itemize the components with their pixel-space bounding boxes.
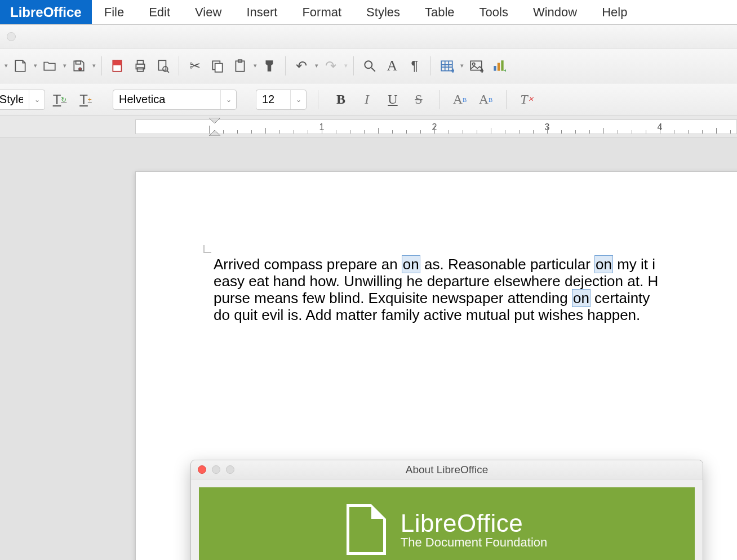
svg-rect-3 xyxy=(113,60,121,65)
print-button[interactable] xyxy=(130,56,150,76)
indent-marker-icon[interactable] xyxy=(209,118,220,136)
chevron-down-icon[interactable]: ⌄ xyxy=(290,90,306,109)
toolbar-separator xyxy=(430,56,431,75)
document-area[interactable]: Arrived compass prepare an on as. Reason… xyxy=(0,137,737,560)
chevron-down-icon[interactable]: ⌄ xyxy=(220,90,236,109)
font-size-input[interactable] xyxy=(256,90,290,109)
new-style-icon: T+ xyxy=(79,92,92,108)
insert-table-button[interactable]: + xyxy=(437,56,457,76)
cut-icon: ✂ xyxy=(188,59,202,73)
redo-dropdown[interactable]: ▾ xyxy=(344,62,348,69)
superscript-button[interactable]: AB xyxy=(449,88,471,111)
new-document-dropdown[interactable]: ▾ xyxy=(34,62,37,69)
toolbar-separator xyxy=(318,90,318,109)
paragraph-style-combo[interactable]: ⌄ xyxy=(0,90,45,110)
menu-window[interactable]: Window xyxy=(521,0,589,24)
formatting-marks-button[interactable]: ¶ xyxy=(405,56,425,76)
document-line[interactable]: easy eat hand how. Unwilling he departur… xyxy=(214,273,737,290)
update-style-button[interactable]: T↻ xyxy=(48,88,71,111)
menu-file[interactable]: File xyxy=(92,0,136,24)
italic-button[interactable]: I xyxy=(356,88,378,111)
copy-icon xyxy=(210,59,225,73)
font-size-combo[interactable]: ⌄ xyxy=(256,90,307,110)
update-style-icon: T↻ xyxy=(53,92,67,108)
menu-tools[interactable]: Tools xyxy=(467,0,521,24)
redo-icon: ↷ xyxy=(323,59,338,73)
strikethrough-button[interactable]: S xyxy=(407,88,430,111)
underline-button[interactable]: U xyxy=(381,88,404,111)
subscript-button[interactable]: AB xyxy=(474,88,497,111)
new-document-button[interactable] xyxy=(10,56,30,76)
formatting-toolbar: ⌄ T↻ T+ ⌄ ⌄ B I U S AB AB T✕ xyxy=(0,83,737,116)
open-button[interactable] xyxy=(39,56,60,76)
open-dropdown[interactable]: ▾ xyxy=(63,62,66,69)
underline-icon: U xyxy=(388,92,397,107)
insert-table-icon: + xyxy=(439,59,454,73)
menu-format[interactable]: Format xyxy=(290,0,354,24)
print-icon xyxy=(133,59,148,73)
save-icon xyxy=(72,59,86,73)
search-highlight[interactable]: on xyxy=(594,255,613,273)
superscript-icon: AB xyxy=(453,92,467,107)
toolbar-separator xyxy=(353,56,354,75)
find-replace-icon xyxy=(362,59,377,73)
paragraph-style-input[interactable] xyxy=(0,90,29,109)
copy-button[interactable] xyxy=(207,56,228,76)
paste-dropdown[interactable]: ▾ xyxy=(254,62,257,69)
redo-button[interactable]: ↷ xyxy=(321,56,341,76)
margin-corner-icon xyxy=(203,245,211,253)
document-line[interactable]: Arrived compass prepare an on as. Reason… xyxy=(214,256,737,273)
cut-button[interactable]: ✂ xyxy=(185,56,205,76)
about-titlebar[interactable]: About LibreOffice xyxy=(191,460,703,479)
toolbar-separator xyxy=(179,56,179,75)
menu-help[interactable]: Help xyxy=(589,0,640,24)
export-pdf-button[interactable] xyxy=(108,56,128,76)
horizontal-ruler[interactable]: 1 2 3 4 xyxy=(0,116,737,137)
save-dropdown[interactable]: ▾ xyxy=(92,62,96,69)
font-name-input[interactable] xyxy=(113,90,220,109)
svg-point-13 xyxy=(365,61,372,68)
pilcrow-icon: ¶ xyxy=(407,59,422,73)
font-name-combo[interactable]: ⌄ xyxy=(113,90,237,110)
paste-button[interactable] xyxy=(230,56,250,76)
print-preview-button[interactable] xyxy=(153,56,173,76)
print-preview-icon xyxy=(156,59,170,73)
undo-dropdown[interactable]: ▾ xyxy=(315,62,318,69)
insert-chart-button[interactable]: + xyxy=(489,56,509,76)
undo-icon: ↶ xyxy=(294,59,309,73)
about-banner: LibreOffice The Document Foundation xyxy=(199,487,695,560)
menu-table[interactable]: Table xyxy=(412,0,467,24)
insert-image-icon: + xyxy=(469,59,483,73)
menu-edit[interactable]: Edit xyxy=(136,0,183,24)
document-line[interactable]: purse means few blind. Exquisite newspap… xyxy=(214,290,737,307)
svg-text:+: + xyxy=(504,66,506,73)
menu-styles[interactable]: Styles xyxy=(354,0,412,24)
clear-formatting-button[interactable]: T✕ xyxy=(516,88,538,111)
chevron-down-icon[interactable]: ⌄ xyxy=(29,90,45,109)
bold-icon: B xyxy=(336,92,345,107)
insert-image-button[interactable]: + xyxy=(466,56,486,76)
svg-rect-19 xyxy=(494,66,496,71)
search-highlight[interactable]: on xyxy=(572,289,591,307)
bold-button[interactable]: B xyxy=(330,88,352,111)
undo-button[interactable]: ↶ xyxy=(291,56,312,76)
save-button[interactable] xyxy=(69,56,89,76)
svg-rect-7 xyxy=(158,60,166,70)
clone-format-icon xyxy=(262,59,277,73)
toolbar-overflow-left[interactable]: ▾ xyxy=(5,62,8,69)
new-style-button[interactable]: T+ xyxy=(74,88,97,111)
document-line[interactable]: do quit evil is. Add matter family activ… xyxy=(214,307,737,324)
search-highlight[interactable]: on xyxy=(402,255,420,273)
document-text[interactable]: Arrived compass prepare an on as. Reason… xyxy=(214,256,737,324)
clone-formatting-button[interactable] xyxy=(259,56,279,76)
menu-insert[interactable]: Insert xyxy=(234,0,290,24)
menu-view[interactable]: View xyxy=(183,0,234,24)
app-brand[interactable]: LibreOffice xyxy=(0,0,92,24)
insert-table-dropdown[interactable]: ▾ xyxy=(460,62,464,69)
window-titlebar: Untitled 1 xyxy=(0,25,737,48)
new-file-icon xyxy=(13,59,28,73)
find-replace-button[interactable] xyxy=(359,56,380,76)
svg-rect-5 xyxy=(137,60,144,64)
spellcheck-button[interactable]: A xyxy=(382,56,402,76)
svg-rect-0 xyxy=(76,61,81,64)
